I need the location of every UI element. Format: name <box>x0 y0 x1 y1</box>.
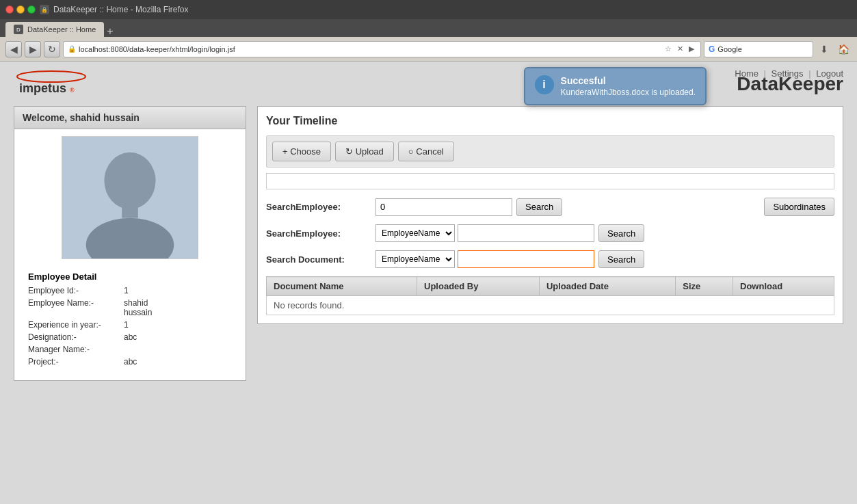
col-document-name: Document Name <box>267 277 417 296</box>
tab-bar: D DataKeeper :: Home + <box>0 19 857 37</box>
search-document-row: Search Document: EmployeeName EmployeeId… <box>266 250 834 268</box>
search-document-button[interactable]: Search <box>598 250 644 268</box>
tab-favicon: D <box>14 25 23 34</box>
settings-nav-link[interactable]: Settings <box>772 68 804 79</box>
search-employee-button-1[interactable]: Search <box>516 198 562 216</box>
col-uploaded-date: Uploaded Date <box>539 277 675 296</box>
col-download: Download <box>733 277 834 296</box>
table-header-row: Document Name Uploaded By Uploaded Date … <box>267 277 834 296</box>
svg-rect-6 <box>122 204 138 218</box>
svg-text:impetus: impetus <box>19 81 66 95</box>
search-employee-select-2[interactable]: EmployeeName EmployeeId Department <box>375 224 455 242</box>
label-designation: Designation:- <box>28 332 124 342</box>
cancel-button[interactable]: ○ Cancel <box>398 142 454 161</box>
browser-search-bar[interactable]: G Google <box>704 41 813 57</box>
right-panel: Your Timeline + Choose ↻ Upload ○ Cancel… <box>257 106 843 381</box>
notification-message: KunderaWithJboss.docx is uploaded. <box>561 88 696 97</box>
home-nav-icon[interactable]: 🏠 <box>835 41 852 57</box>
home-nav-link[interactable]: Home <box>735 68 759 79</box>
svg-text:®: ® <box>70 87 75 94</box>
browser-tab-active[interactable]: D DataKeeper :: Home <box>5 22 104 37</box>
minimize-button[interactable] <box>16 5 25 14</box>
search-employee-row-1: SearchEmployee: Search Subordinates <box>266 198 834 216</box>
nav-bar: ◀ ▶ ↻ 🔒 localhost:8080/data-keeper/xhtml… <box>0 37 857 62</box>
welcome-box: Welcome, shahid hussain <box>14 106 246 129</box>
search-document-label: Search Document: <box>266 254 375 265</box>
avatar-container <box>21 136 239 259</box>
downloads-icon[interactable]: ⬇ <box>816 41 832 57</box>
detail-row-name: Employee Name:- shahidhussain <box>28 298 232 317</box>
google-icon: G <box>709 44 715 54</box>
address-actions: ☆ ✕ ▶ <box>663 44 696 54</box>
avatar <box>62 136 198 259</box>
stop-icon[interactable]: ✕ <box>675 44 685 54</box>
page-header: impetus ® DataKeeper Home | Settings | L… <box>0 62 857 106</box>
back-button[interactable]: ◀ <box>5 41 22 57</box>
col-size: Size <box>676 277 733 296</box>
notification-bubble: i Succesful KunderaWithJboss.docx is upl… <box>524 67 707 105</box>
value-employee-name: shahidhussain <box>124 298 152 317</box>
search-document-input[interactable] <box>458 250 594 268</box>
left-panel: Welcome, shahid hussain <box>14 106 246 381</box>
notification-icon: i <box>535 75 554 94</box>
nav-sep-1: | <box>764 68 766 79</box>
choose-button[interactable]: + Choose <box>272 142 331 161</box>
detail-row-manager: Manager Name:- <box>28 345 232 354</box>
nav-icons: ⬇ 🏠 <box>816 41 852 57</box>
value-employee-id: 1 <box>124 286 129 295</box>
impetus-logo: impetus ® <box>14 68 89 99</box>
subordinates-button[interactable]: Subordinates <box>764 198 834 216</box>
header-nav: Home | Settings | Logout <box>735 68 843 79</box>
refresh-button[interactable]: ↻ <box>44 41 60 57</box>
bookmark-icon[interactable]: ☆ <box>663 44 674 54</box>
page-content: impetus ® DataKeeper Home | Settings | L… <box>0 62 857 504</box>
address-lock-icon: 🔒 <box>68 45 76 53</box>
detail-row-experience: Experience in year:- 1 <box>28 320 232 330</box>
documents-table: Document Name Uploaded By Uploaded Date … <box>266 276 834 315</box>
browser-favicon: 🔒 <box>40 5 49 14</box>
table-empty-row: No records found. <box>267 296 834 315</box>
search-employee-input-1[interactable] <box>375 198 512 216</box>
search-document-select[interactable]: EmployeeName EmployeeId Department <box>375 250 455 268</box>
profile-card: Employee Detail Employee Id:- 1 Employee… <box>14 129 246 381</box>
label-employee-id: Employee Id:- <box>28 286 124 295</box>
maximize-button[interactable] <box>27 5 36 14</box>
value-experience: 1 <box>124 320 129 330</box>
notification-content: Succesful KunderaWithJboss.docx is uploa… <box>561 75 696 97</box>
go-icon[interactable]: ▶ <box>687 44 696 54</box>
employee-details: Employee Detail Employee Id:- 1 Employee… <box>21 267 239 373</box>
search-employee-input-2[interactable] <box>458 224 594 242</box>
label-employee-name: Employee Name:- <box>28 298 124 317</box>
label-manager: Manager Name:- <box>28 345 124 354</box>
empty-message: No records found. <box>267 296 834 315</box>
value-project: abc <box>124 357 137 367</box>
logout-nav-link[interactable]: Logout <box>816 68 843 79</box>
svg-point-0 <box>17 71 85 82</box>
close-button[interactable] <box>5 5 14 14</box>
logo: impetus ® <box>14 68 89 99</box>
value-designation: abc <box>124 332 137 342</box>
timeline-box: Your Timeline + Choose ↻ Upload ○ Cancel… <box>257 106 843 324</box>
search-employee-button-2[interactable]: Search <box>598 224 644 242</box>
search-employee-row-2: SearchEmployee: EmployeeName EmployeeId … <box>266 224 834 242</box>
search-employee-label-1: SearchEmployee: <box>266 202 375 212</box>
detail-row-designation: Designation:- abc <box>28 332 232 342</box>
upload-button[interactable]: ↻ Upload <box>335 142 394 161</box>
nav-sep-2: | <box>808 68 810 79</box>
tab-label: DataKeeper :: Home <box>27 25 96 34</box>
new-tab-button[interactable]: + <box>107 26 113 37</box>
forward-button[interactable]: ▶ <box>25 41 41 57</box>
main-content: Welcome, shahid hussain <box>0 106 857 395</box>
detail-row-id: Employee Id:- 1 <box>28 286 232 295</box>
window-controls <box>5 5 36 14</box>
address-text: localhost:8080/data-keeper/xhtml/login/l… <box>79 45 660 53</box>
label-experience: Experience in year:- <box>28 320 124 330</box>
search-employee-label-2: SearchEmployee: <box>266 228 375 239</box>
svg-point-4 <box>104 152 155 209</box>
timeline-title: Your Timeline <box>266 115 834 127</box>
progress-bar-area <box>266 173 834 189</box>
search-bar-text: Google <box>717 45 808 53</box>
title-bar: 🔒 DataKeeper :: Home - Mozilla Firefox <box>0 0 857 19</box>
notification-title: Succesful <box>561 75 696 86</box>
address-bar[interactable]: 🔒 localhost:8080/data-keeper/xhtml/login… <box>63 41 701 57</box>
